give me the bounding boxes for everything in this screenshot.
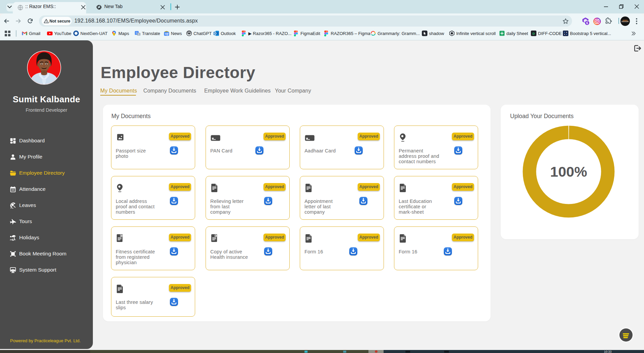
- svg-text:6: 6: [586, 21, 588, 25]
- svg-text:DIGVIJAY: DIGVIJAY: [621, 21, 629, 23]
- svg-text:文: 文: [138, 33, 140, 35]
- svg-text:100%: 100%: [550, 164, 587, 180]
- svg-text:D: D: [532, 32, 535, 35]
- svg-text:G: G: [165, 33, 167, 35]
